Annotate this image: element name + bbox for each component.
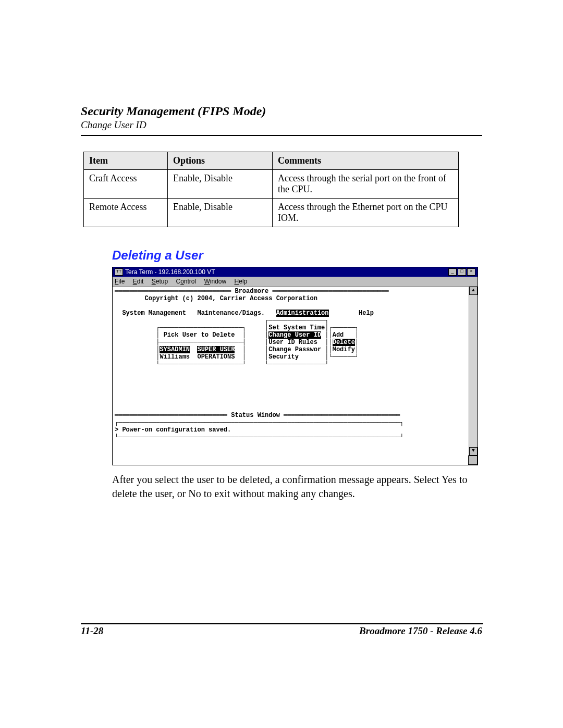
chapter-title: Security Management (FIPS Mode) xyxy=(81,104,482,118)
pick-user-prompt: Pick User to Delete xyxy=(164,331,235,339)
user-superuser[interactable]: SUPER_USER xyxy=(197,346,235,353)
terminal-area[interactable]: ═══════════════════════════════ Broadmor… xyxy=(113,287,469,465)
page-footer: 11-28 Broadmore 1750 - Release 4.6 xyxy=(81,625,482,637)
cell-comments: Access through the Ethernet port on the … xyxy=(273,199,459,227)
cell-options: Enable, Disable xyxy=(168,199,273,227)
table-row: Craft Access Enable, Disable Access thro… xyxy=(84,170,459,199)
section-heading-deleting-user: Deleting a User xyxy=(112,248,482,263)
col-header-item: Item xyxy=(84,152,168,170)
uid-item-add[interactable]: Add xyxy=(333,331,344,339)
section-subtitle: Change User ID xyxy=(81,119,482,131)
scroll-down-icon[interactable]: ▼ xyxy=(469,447,478,455)
app-menu-help[interactable]: Help xyxy=(359,310,374,317)
scroll-up-icon[interactable]: ▲ xyxy=(469,287,478,295)
teraterm-title-text: Tera Term - 192.168.200.100 VT xyxy=(125,268,215,276)
resize-grip-icon[interactable] xyxy=(468,455,478,465)
window-close-button[interactable]: × xyxy=(467,268,475,276)
menu-edit[interactable]: Edit xyxy=(133,278,144,285)
menu-setup[interactable]: Setup xyxy=(152,278,168,285)
app-menu-admin[interactable]: Administration xyxy=(276,310,329,317)
col-header-comments: Comments xyxy=(273,152,459,170)
admin-item-change-uid[interactable]: Change User ID xyxy=(268,331,321,339)
cell-comments: Access through the serial port on the fr… xyxy=(273,170,459,199)
cell-options: Enable, Disable xyxy=(168,170,273,199)
teraterm-window: TT Tera Term - 192.168.200.100 VT _ □ × … xyxy=(112,267,478,465)
status-line: > Power-on configuration saved. xyxy=(115,426,231,434)
scroll-track[interactable] xyxy=(469,295,478,447)
menu-control[interactable]: Control xyxy=(176,278,196,285)
app-menu-sysmgmt[interactable]: System Management xyxy=(122,310,186,317)
user-operations[interactable]: OPERATIONS xyxy=(197,353,235,361)
app-menu-maint[interactable]: Maintenance/Diags. xyxy=(197,310,265,317)
body-paragraph: After you select the user to be deleted,… xyxy=(112,473,477,501)
admin-item-change-pw[interactable]: Change Passwor xyxy=(268,346,321,353)
app-header: Broadmore xyxy=(235,288,268,295)
table-row: Remote Access Enable, Disable Access thr… xyxy=(84,199,459,227)
admin-item-security[interactable]: Security xyxy=(268,353,299,361)
cell-item: Craft Access xyxy=(84,170,168,199)
status-window-label: Status Window xyxy=(231,412,280,419)
footer-rule xyxy=(81,623,483,625)
teraterm-app-icon: TT xyxy=(115,268,123,276)
header-rule xyxy=(81,135,482,136)
admin-item-uid-rules[interactable]: User ID Rules xyxy=(268,339,317,346)
copyright-line: Copyright (c) 2004, Carrier Access Corpo… xyxy=(145,295,317,302)
page-number: 11-28 xyxy=(81,625,103,637)
window-minimize-button[interactable]: _ xyxy=(448,268,457,276)
release-label: Broadmore 1750 - Release 4.6 xyxy=(359,625,482,637)
menu-file[interactable]: File xyxy=(115,278,125,285)
menu-help[interactable]: Help xyxy=(235,278,248,285)
teraterm-titlebar[interactable]: TT Tera Term - 192.168.200.100 VT _ □ × xyxy=(113,267,478,277)
user-williams[interactable]: Williams xyxy=(160,353,190,361)
uid-item-delete[interactable]: Delete xyxy=(333,339,355,346)
term-line: ═══════════════════════════════ xyxy=(115,288,235,295)
teraterm-menubar: File Edit Setup Control Window Help xyxy=(113,277,478,287)
col-header-options: Options xyxy=(168,152,273,170)
term-line: ═══════════════════════════════ xyxy=(268,288,388,295)
terminal-scrollbar[interactable]: ▲ ▼ xyxy=(469,287,478,465)
user-sysadmin[interactable]: SYSADMIN xyxy=(160,346,190,353)
options-table: Item Options Comments Craft Access Enabl… xyxy=(83,152,459,227)
admin-item-set-time[interactable]: Set System Time xyxy=(268,324,325,331)
uid-item-modify[interactable]: Modify xyxy=(333,346,355,353)
menu-window[interactable]: Window xyxy=(204,278,227,285)
cell-item: Remote Access xyxy=(84,199,168,227)
table-header-row: Item Options Comments xyxy=(84,152,459,170)
window-maximize-button[interactable]: □ xyxy=(458,268,466,276)
